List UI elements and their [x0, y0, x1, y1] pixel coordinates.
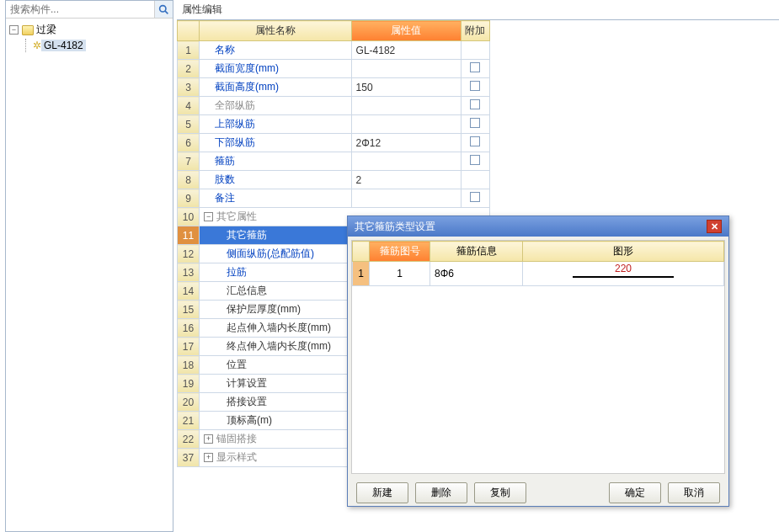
- property-extra-cell[interactable]: [461, 115, 489, 134]
- checkbox[interactable]: [470, 118, 480, 128]
- checkbox[interactable]: [470, 62, 480, 72]
- property-row[interactable]: 9备注: [178, 189, 490, 208]
- property-value-cell[interactable]: 150: [351, 78, 461, 97]
- expand-icon[interactable]: +: [204, 453, 213, 462]
- property-name-label: 显示样式: [216, 451, 257, 463]
- property-name-cell[interactable]: 备注: [200, 189, 351, 208]
- copy-button[interactable]: 复制: [474, 482, 526, 503]
- gear-icon: ✲: [33, 40, 41, 51]
- rownum-cell: 16: [178, 319, 200, 338]
- tree-item-label: GL-4182: [41, 40, 86, 51]
- rownum-cell: 17: [178, 338, 200, 356]
- new-button[interactable]: 新建: [356, 482, 408, 503]
- property-extra-cell[interactable]: [461, 41, 489, 60]
- property-name-cell[interactable]: 下部纵筋: [200, 134, 351, 152]
- property-value-cell[interactable]: [351, 152, 461, 171]
- property-name-label: 下部纵筋: [215, 136, 255, 148]
- property-name-cell[interactable]: 上部纵筋: [200, 115, 351, 134]
- property-name-cell[interactable]: 肢数: [200, 171, 351, 189]
- property-value-cell[interactable]: [351, 189, 461, 208]
- property-name-cell[interactable]: 顶标高(m): [200, 412, 351, 430]
- property-row[interactable]: 7箍筋: [178, 152, 490, 171]
- property-name-cell[interactable]: 名称: [200, 41, 351, 60]
- property-extra-cell[interactable]: [461, 134, 489, 152]
- rownum-cell: 4: [178, 97, 200, 115]
- property-value-cell[interactable]: 2: [351, 171, 461, 189]
- property-row[interactable]: 5上部纵筋: [178, 115, 490, 134]
- property-name-cell[interactable]: 保护层厚度(mm): [200, 301, 351, 319]
- search-button[interactable]: [154, 1, 173, 18]
- property-name-label: 备注: [215, 192, 235, 204]
- stirrup-num[interactable]: 1: [370, 262, 430, 286]
- property-name-cell[interactable]: 终点伸入墙内长度(mm): [200, 338, 351, 356]
- property-name-label: 拉筋: [227, 266, 247, 278]
- property-name-cell[interactable]: 其它箍筋: [200, 226, 351, 245]
- property-name-label: 终点伸入墙内长度(mm): [227, 340, 331, 352]
- property-row[interactable]: 4全部纵筋: [178, 97, 490, 115]
- property-name-cell[interactable]: 汇总信息: [200, 282, 351, 301]
- property-row[interactable]: 1名称GL-4182: [178, 41, 490, 60]
- property-name-label: 肢数: [215, 173, 235, 185]
- property-row[interactable]: 8肢数2: [178, 171, 490, 189]
- property-value-cell[interactable]: [351, 60, 461, 78]
- property-value-cell[interactable]: GL-4182: [351, 41, 461, 60]
- property-name-cell[interactable]: 箍筋: [200, 152, 351, 171]
- stirrup-info[interactable]: 8Φ6: [430, 262, 523, 286]
- checkbox[interactable]: [470, 81, 480, 91]
- dialog-header-info[interactable]: 箍筋信息: [430, 242, 523, 262]
- tree-root[interactable]: − 过梁: [9, 22, 169, 38]
- dialog-titlebar[interactable]: 其它箍筋类型设置 ✕: [348, 216, 728, 237]
- property-name-cell[interactable]: 截面高度(mm): [200, 78, 351, 97]
- property-value-cell[interactable]: [351, 97, 461, 115]
- property-name-cell[interactable]: 起点伸入墙内长度(mm): [200, 319, 351, 338]
- stirrup-shape[interactable]: 220: [523, 262, 724, 286]
- search-input[interactable]: [6, 1, 154, 18]
- cancel-button[interactable]: 取消: [668, 482, 720, 503]
- property-value-cell[interactable]: 2Φ12: [351, 134, 461, 152]
- rownum-cell: 15: [178, 301, 200, 319]
- dialog-body: 箍筋图号 箍筋信息 图形 1 1 8Φ6 220: [351, 240, 725, 474]
- dialog-header-rn: [353, 242, 370, 262]
- dialog-header-num[interactable]: 箍筋图号: [370, 242, 430, 262]
- property-extra-cell[interactable]: [461, 60, 489, 78]
- svg-point-0: [160, 5, 166, 11]
- delete-button[interactable]: 删除: [415, 482, 467, 503]
- ok-button[interactable]: 确定: [609, 482, 661, 503]
- property-name-cell[interactable]: 截面宽度(mm): [200, 60, 351, 78]
- property-name-label: 计算设置: [227, 377, 267, 389]
- property-name-cell[interactable]: 计算设置: [200, 375, 351, 393]
- property-name-cell[interactable]: 搭接设置: [200, 393, 351, 412]
- shape-line-icon: [573, 276, 674, 278]
- property-name-label: 保护层厚度(mm): [227, 303, 301, 315]
- checkbox[interactable]: [470, 192, 480, 202]
- header-value: 属性值: [351, 21, 461, 41]
- rownum-cell: 19: [178, 375, 200, 393]
- collapse-icon[interactable]: −: [204, 212, 213, 221]
- property-name-cell[interactable]: 拉筋: [200, 263, 351, 282]
- checkbox[interactable]: [470, 155, 480, 165]
- rownum-cell: 18: [178, 356, 200, 375]
- property-name-cell[interactable]: 全部纵筋: [200, 97, 351, 115]
- property-extra-cell[interactable]: [461, 97, 489, 115]
- property-name-cell[interactable]: 侧面纵筋(总配筋值): [200, 245, 351, 263]
- close-icon[interactable]: ✕: [707, 220, 722, 233]
- tree-item[interactable]: ✲ GL-4182: [9, 38, 169, 53]
- property-name-cell[interactable]: 位置: [200, 356, 351, 375]
- stirrup-row[interactable]: 1 1 8Φ6 220: [353, 262, 724, 286]
- property-row[interactable]: 3截面高度(mm)150: [178, 78, 490, 97]
- collapse-icon[interactable]: −: [9, 25, 19, 35]
- dialog-header-shape[interactable]: 图形: [523, 242, 724, 262]
- property-extra-cell[interactable]: [461, 189, 489, 208]
- property-extra-cell[interactable]: [461, 171, 489, 189]
- search-bar: [6, 1, 173, 19]
- checkbox[interactable]: [470, 99, 480, 109]
- rownum-cell: 2: [178, 60, 200, 78]
- property-row[interactable]: 6下部纵筋2Φ12: [178, 134, 490, 152]
- dialog-button-bar: 新建 删除 复制 确定 取消: [348, 477, 728, 508]
- property-row[interactable]: 2截面宽度(mm): [178, 60, 490, 78]
- property-extra-cell[interactable]: [461, 152, 489, 171]
- expand-icon[interactable]: +: [204, 434, 213, 444]
- property-value-cell[interactable]: [351, 115, 461, 134]
- checkbox[interactable]: [470, 136, 480, 146]
- property-extra-cell[interactable]: [461, 78, 489, 97]
